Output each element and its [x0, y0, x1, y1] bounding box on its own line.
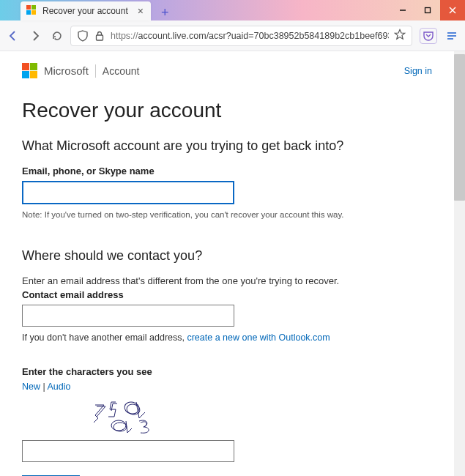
brand-name: Microsoft	[44, 64, 89, 77]
microsoft-logo-icon	[22, 63, 37, 78]
browser-toolbar: https://account.live.com/acsr?uaid=70bc3…	[0, 21, 465, 51]
captcha-input[interactable]	[22, 440, 234, 462]
back-button[interactable]	[7, 30, 19, 42]
tab-strip: Recover your account × +	[21, 0, 174, 21]
account-input[interactable]	[22, 181, 234, 204]
lock-icon[interactable]	[94, 30, 105, 42]
svg-rect-1	[425, 8, 431, 13]
contact-helper-text: Enter an email address that's different …	[22, 275, 432, 286]
captcha-audio-link[interactable]: Audio	[48, 382, 71, 392]
forward-button[interactable]	[29, 30, 41, 42]
window-maximize-button[interactable]	[415, 0, 440, 21]
captcha-image	[66, 396, 212, 436]
svg-rect-4	[97, 35, 103, 40]
scrollbar-thumb[interactable]	[454, 54, 465, 201]
browser-tab-active[interactable]: Recover your account ×	[21, 1, 151, 21]
tracking-shield-icon[interactable]	[77, 30, 89, 42]
account-field-label: Email, phone, or Skype name	[22, 166, 432, 176]
bookmark-star-icon[interactable]	[394, 29, 406, 42]
header-section: Account	[103, 65, 140, 77]
save-to-pocket-icon[interactable]	[420, 28, 437, 44]
contact-field-label: Contact email address	[22, 289, 432, 300]
contact-email-input[interactable]	[22, 305, 234, 327]
window-minimize-button[interactable]	[390, 0, 415, 21]
section-account-heading: What Microsoft account are you trying to…	[22, 138, 432, 154]
new-tab-button[interactable]: +	[157, 4, 174, 21]
page-title: Recover your account	[22, 99, 432, 122]
header-divider	[95, 64, 96, 78]
window-close-button[interactable]	[440, 0, 465, 21]
tab-title: Recover your account	[42, 6, 132, 16]
reload-button[interactable]	[51, 30, 63, 42]
tab-favicon-icon	[26, 5, 38, 17]
captcha-label: Enter the characters you see	[22, 366, 432, 377]
app-menu-icon[interactable]	[446, 30, 458, 42]
vertical-scrollbar[interactable]	[454, 51, 465, 476]
captcha-new-link[interactable]: New	[22, 382, 40, 392]
sign-in-link[interactable]: Sign in	[404, 66, 432, 76]
address-bar[interactable]: https://account.live.com/acsr?uaid=70bc3…	[70, 26, 412, 46]
alt-email-line: If you don't have another email address,…	[22, 332, 432, 343]
tab-close-button[interactable]: ×	[136, 5, 145, 17]
two-step-note: Note: If you've turned on two-step verif…	[22, 210, 432, 219]
svg-point-11	[114, 423, 127, 431]
url-text: https://account.live.com/acsr?uaid=70bc3…	[111, 31, 389, 41]
microsoft-header: Microsoft Account Sign in	[22, 62, 432, 83]
svg-point-8	[124, 401, 141, 415]
section-contact-heading: Where should we contact you?	[22, 248, 432, 264]
page-content: Microsoft Account Sign in Recover your a…	[0, 51, 454, 476]
create-outlook-link[interactable]: create a new one with Outlook.com	[187, 332, 330, 343]
